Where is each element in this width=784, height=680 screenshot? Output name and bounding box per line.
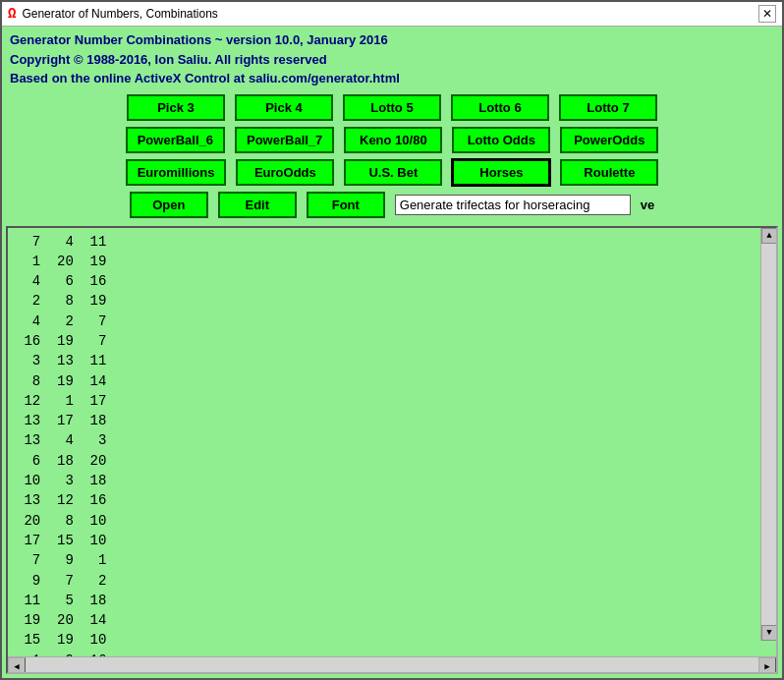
lotto5-button[interactable]: Lotto 5 [343,94,441,121]
info-line1: Generator Number Combinations ~ version … [10,30,774,50]
euroodds-button[interactable]: EuroOdds [236,159,334,186]
title-bar: Ω Generator of Numbers, Combinations ✕ [2,2,782,27]
font-button[interactable]: Font [307,192,385,218]
scroll-left-arrow[interactable]: ◀ [8,657,26,674]
data-scroll-container[interactable]: 7 4 11 1 20 19 4 6 16 2 8 19 4 2 7 16 19… [8,228,776,657]
status-input[interactable] [395,195,631,215]
scroll-down-arrow[interactable]: ▼ [761,625,776,641]
euromillions-button[interactable]: Euromillions [126,159,227,186]
scroll-track-x[interactable] [26,657,758,674]
close-button[interactable]: ✕ [758,5,776,23]
lottoodds-button[interactable]: Lotto Odds [452,127,550,153]
button-row-2: PowerBall_6 PowerBall_7 Keno 10/80 Lotto… [12,127,772,153]
info-bar: Generator Number Combinations ~ version … [2,27,782,90]
window-title: Generator of Numbers, Combinations [22,7,217,21]
edit-button[interactable]: Edit [218,192,297,218]
powerball7-button[interactable]: PowerBall_7 [235,127,334,153]
button-row-3: Euromillions EuroOdds U.S. Bet Horses Ro… [12,159,772,186]
roulette-button[interactable]: Roulette [560,159,658,186]
horizontal-scrollbar[interactable]: ◀ ▶ [8,656,776,672]
scroll-track-y[interactable] [761,244,776,626]
button-row-4: Open Edit Font ve [12,192,772,218]
lotto6-button[interactable]: Lotto 6 [451,94,549,121]
open-button[interactable]: Open [130,192,208,218]
button-section: Pick 3 Pick 4 Lotto 5 Lotto 6 Lotto 7 Po… [2,90,782,226]
lotto7-button[interactable]: Lotto 7 [559,94,657,121]
pick3-button[interactable]: Pick 3 [127,94,225,121]
content-area: 7 4 11 1 20 19 4 6 16 2 8 19 4 2 7 16 19… [6,226,778,675]
horses-button[interactable]: Horses [452,159,550,186]
scroll-up-arrow[interactable]: ▲ [761,228,776,244]
main-window: Ω Generator of Numbers, Combinations ✕ G… [0,0,784,680]
title-bar-left: Ω Generator of Numbers, Combinations [8,6,218,22]
app-icon: Ω [8,6,16,22]
scroll-right-arrow[interactable]: ▶ [758,657,776,674]
vertical-scrollbar[interactable]: ▲ ▼ [760,228,776,642]
powerodds-button[interactable]: PowerOdds [560,127,658,153]
keno-button[interactable]: Keno 10/80 [344,127,442,153]
usbet-button[interactable]: U.S. Bet [344,159,442,186]
powerball6-button[interactable]: PowerBall_6 [126,127,225,153]
data-table: 7 4 11 1 20 19 4 6 16 2 8 19 4 2 7 16 19… [16,232,758,657]
info-line2: Copyright © 1988-2016, Ion Saliu. All ri… [10,50,774,70]
button-row-1: Pick 3 Pick 4 Lotto 5 Lotto 6 Lotto 7 [12,94,772,121]
info-line3: Based on the online ActiveX Control at s… [10,69,774,88]
live-label: ve [641,198,654,212]
pick4-button[interactable]: Pick 4 [235,94,333,121]
